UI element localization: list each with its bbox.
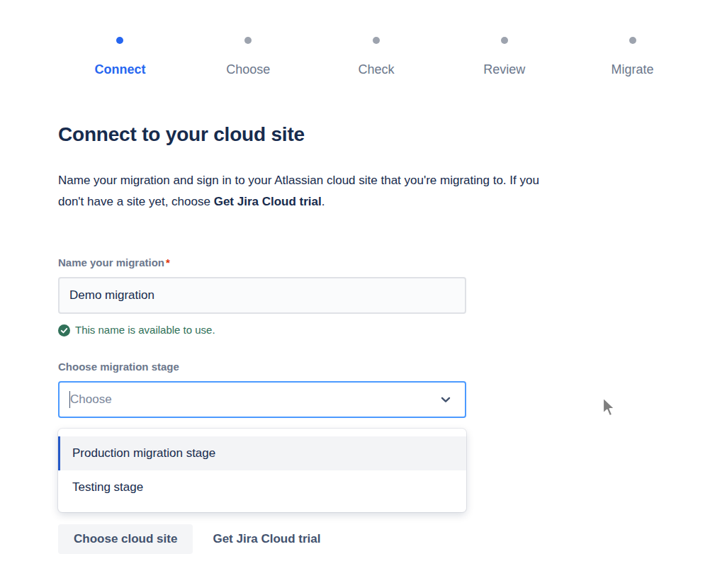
page-title: Connect to your cloud site — [58, 123, 727, 147]
step-label-migrate: Migrate — [568, 62, 697, 77]
dropdown-option-production[interactable]: Production migration stage — [58, 436, 466, 470]
migration-name-input[interactable] — [58, 277, 466, 314]
description-bold-trial: Get Jira Cloud trial — [214, 195, 322, 208]
step-label-review: Review — [440, 62, 568, 77]
select-placeholder: Choose — [70, 392, 439, 407]
step-dot-review-icon — [501, 37, 508, 44]
migration-name-label: Name your migration* — [58, 256, 727, 269]
step-label-connect: Connect — [56, 62, 184, 77]
progress-tracker: Connect Choose Check Review Migrate — [56, 37, 697, 77]
get-jira-cloud-trial-button[interactable]: Get Jira Cloud trial — [210, 524, 323, 554]
description-suffix: . — [322, 195, 325, 208]
stepper-step-review: Review — [440, 37, 568, 77]
check-circle-icon — [58, 324, 70, 337]
stepper-step-migrate: Migrate — [568, 37, 697, 77]
description-line1: Name your migration and sign in to your … — [58, 174, 539, 187]
choose-cloud-site-button[interactable]: Choose cloud site — [58, 524, 193, 554]
chevron-down-icon — [439, 393, 452, 406]
step-dot-connect-icon — [116, 37, 123, 44]
step-label-choose: Choose — [184, 62, 312, 77]
stepper-step-connect: Connect — [56, 37, 184, 77]
step-dot-choose-icon — [244, 37, 252, 44]
description-line2-prefix: don't have a site yet, choose — [58, 195, 214, 208]
migration-stage-select[interactable]: Choose — [58, 381, 466, 418]
step-dot-check-icon — [373, 37, 380, 44]
required-asterisk: * — [166, 256, 170, 268]
step-dot-migrate-icon — [629, 37, 636, 44]
page-description: Name your migration and sign in to your … — [58, 170, 689, 213]
stepper-step-choose: Choose — [184, 37, 312, 77]
step-label-check: Check — [312, 62, 441, 77]
migration-stage-dropdown: Production migration stage Testing stage — [58, 429, 466, 512]
name-validation-message: This name is available to use. — [58, 323, 727, 337]
migration-stage-label: Choose migration stage — [58, 361, 727, 373]
action-buttons-row: Choose cloud site Get Jira Cloud trial — [58, 524, 727, 554]
stepper-step-check: Check — [312, 37, 441, 77]
dropdown-option-testing[interactable]: Testing stage — [58, 470, 466, 504]
